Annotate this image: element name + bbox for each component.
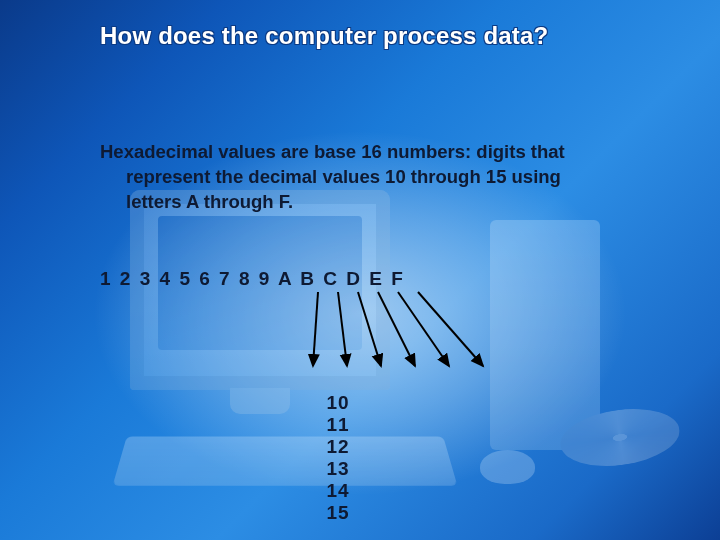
hex-sequence-row: 1 2 3 4 5 6 7 8 9 A B C D E F bbox=[100, 268, 405, 290]
para-line-3: letters A through F. bbox=[100, 190, 620, 215]
dec-value: 10 bbox=[321, 392, 355, 414]
para-line-2: represent the decimal values 10 through … bbox=[100, 165, 620, 190]
svg-line-2 bbox=[358, 292, 381, 366]
svg-line-5 bbox=[418, 292, 483, 366]
dec-value: 15 bbox=[321, 502, 355, 524]
svg-line-0 bbox=[313, 292, 318, 366]
svg-line-4 bbox=[398, 292, 449, 366]
dec-value: 13 bbox=[321, 458, 355, 480]
explanation-paragraph: Hexadecimal values are base 16 numbers: … bbox=[100, 140, 620, 215]
slide-title: How does the computer process data? bbox=[100, 22, 660, 50]
dec-value: 12 bbox=[321, 436, 355, 458]
dec-value: 14 bbox=[321, 480, 355, 502]
body-text: Hexadecimal values are base 16 numbers: … bbox=[100, 140, 620, 245]
decimal-values-row: 10 11 12 13 14 15 bbox=[296, 370, 355, 540]
para-line-1: Hexadecimal values are base 16 numbers: … bbox=[100, 141, 565, 162]
svg-line-3 bbox=[378, 292, 415, 366]
slide: How does the computer process data? Hexa… bbox=[0, 0, 720, 540]
dec-value: 11 bbox=[321, 414, 355, 436]
svg-line-1 bbox=[338, 292, 347, 366]
